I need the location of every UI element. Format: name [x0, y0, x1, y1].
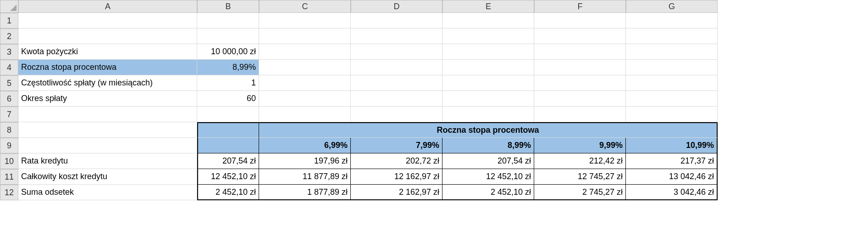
rate-col-1[interactable]: 7,99%	[351, 138, 442, 153]
cell[interactable]	[442, 13, 534, 28]
cell[interactable]	[351, 75, 442, 91]
row-header-1[interactable]: 1	[0, 13, 18, 28]
cell[interactable]	[442, 107, 534, 122]
cell[interactable]	[259, 28, 351, 44]
cell[interactable]	[197, 13, 259, 28]
cell[interactable]	[351, 60, 442, 75]
table-val[interactable]: 197,96 zł	[259, 153, 351, 169]
row-header-3[interactable]: 3	[0, 44, 18, 60]
rate-col-4[interactable]: 10,99%	[626, 138, 718, 153]
table-row-label[interactable]: Całkowity koszt kredytu	[18, 169, 197, 185]
table-val[interactable]: 12 162,97 zł	[351, 169, 442, 185]
row-header-4[interactable]: 4	[0, 60, 18, 75]
cell[interactable]	[626, 60, 718, 75]
rate-col-0[interactable]: 6,99%	[259, 138, 351, 153]
cell[interactable]	[626, 13, 718, 28]
cell[interactable]	[534, 75, 626, 91]
cell[interactable]	[626, 44, 718, 60]
table-corner[interactable]	[197, 122, 259, 138]
table-val[interactable]: 212,42 zł	[534, 153, 626, 169]
cell[interactable]	[18, 138, 197, 153]
loan-amount-label[interactable]: Kwota pożyczki	[18, 44, 197, 60]
cell[interactable]	[351, 28, 442, 44]
cell[interactable]	[351, 107, 442, 122]
row-header-8[interactable]: 8	[0, 122, 18, 138]
col-header-D[interactable]: D	[351, 0, 442, 13]
cell[interactable]	[442, 44, 534, 60]
table-val[interactable]: 12 452,10 zł	[442, 169, 534, 185]
cell[interactable]	[259, 60, 351, 75]
col-header-B[interactable]: B	[197, 0, 259, 13]
table-val[interactable]: 11 877,89 zł	[259, 169, 351, 185]
table-val[interactable]: 2 162,97 zł	[351, 185, 442, 200]
cell[interactable]	[351, 44, 442, 60]
rate-col-2[interactable]: 8,99%	[442, 138, 534, 153]
cell[interactable]	[442, 75, 534, 91]
row-header-10[interactable]: 10	[0, 153, 18, 169]
table-val[interactable]: 217,37 zł	[626, 153, 718, 169]
cell[interactable]	[197, 107, 259, 122]
cell[interactable]	[197, 28, 259, 44]
row-header-7[interactable]: 7	[0, 107, 18, 122]
row-header-11[interactable]: 11	[0, 169, 18, 185]
period-value[interactable]: 60	[197, 91, 259, 107]
col-header-A[interactable]: A	[18, 0, 197, 13]
period-label[interactable]: Okres spłaty	[18, 91, 197, 107]
cell[interactable]	[626, 91, 718, 107]
table-base-val[interactable]: 207,54 zł	[197, 153, 259, 169]
cell[interactable]	[534, 28, 626, 44]
table-row-label[interactable]: Rata kredytu	[18, 153, 197, 169]
cell[interactable]	[18, 13, 197, 28]
cell[interactable]	[18, 107, 197, 122]
loan-amount-value[interactable]: 10 000,00 zł	[197, 44, 259, 60]
row-header-12[interactable]: 12	[0, 185, 18, 200]
cell[interactable]	[534, 13, 626, 28]
cell[interactable]	[259, 13, 351, 28]
col-header-C[interactable]: C	[259, 0, 351, 13]
row-header-9[interactable]: 9	[0, 138, 18, 153]
freq-label[interactable]: Częstotliwość spłaty (w miesiącach)	[18, 75, 197, 91]
col-header-F[interactable]: F	[534, 0, 626, 13]
table-val[interactable]: 2 452,10 zł	[442, 185, 534, 200]
cell[interactable]	[534, 44, 626, 60]
table-val[interactable]: 12 745,27 zł	[534, 169, 626, 185]
cell[interactable]	[259, 91, 351, 107]
table-header-title[interactable]: Roczna stopa procentowa	[259, 122, 718, 138]
row-header-2[interactable]: 2	[0, 28, 18, 44]
cell[interactable]	[351, 91, 442, 107]
annual-rate-value[interactable]: 8,99%	[197, 60, 259, 75]
select-all-corner[interactable]	[0, 0, 18, 13]
rate-col-3[interactable]: 9,99%	[534, 138, 626, 153]
cell[interactable]	[18, 28, 197, 44]
cell[interactable]	[626, 75, 718, 91]
row-header-5[interactable]: 5	[0, 75, 18, 91]
table-corner-blank[interactable]	[197, 138, 259, 153]
col-header-G[interactable]: G	[626, 0, 718, 13]
cell[interactable]	[442, 91, 534, 107]
table-val[interactable]: 202,72 zł	[351, 153, 442, 169]
cell[interactable]	[534, 91, 626, 107]
table-base-val[interactable]: 2 452,10 zł	[197, 185, 259, 200]
cell[interactable]	[534, 107, 626, 122]
row-header-6[interactable]: 6	[0, 91, 18, 107]
cell[interactable]	[259, 75, 351, 91]
table-val[interactable]: 1 877,89 zł	[259, 185, 351, 200]
cell[interactable]	[18, 122, 197, 138]
annual-rate-label[interactable]: Roczna stopa procentowa	[18, 60, 197, 75]
cell[interactable]	[442, 28, 534, 44]
cell[interactable]	[259, 44, 351, 60]
cell[interactable]	[351, 13, 442, 28]
cell[interactable]	[626, 107, 718, 122]
table-row-label[interactable]: Suma odsetek	[18, 185, 197, 200]
freq-value[interactable]: 1	[197, 75, 259, 91]
table-val[interactable]: 207,54 zł	[442, 153, 534, 169]
cell[interactable]	[534, 60, 626, 75]
cell[interactable]	[259, 107, 351, 122]
spreadsheet-grid[interactable]: A B C D E F G 1 2 3 Kwota pożyczki 10 00…	[0, 0, 868, 200]
table-val[interactable]: 3 042,46 zł	[626, 185, 718, 200]
table-val[interactable]: 13 042,46 zł	[626, 169, 718, 185]
cell[interactable]	[442, 60, 534, 75]
table-base-val[interactable]: 12 452,10 zł	[197, 169, 259, 185]
col-header-E[interactable]: E	[442, 0, 534, 13]
table-val[interactable]: 2 745,27 zł	[534, 185, 626, 200]
